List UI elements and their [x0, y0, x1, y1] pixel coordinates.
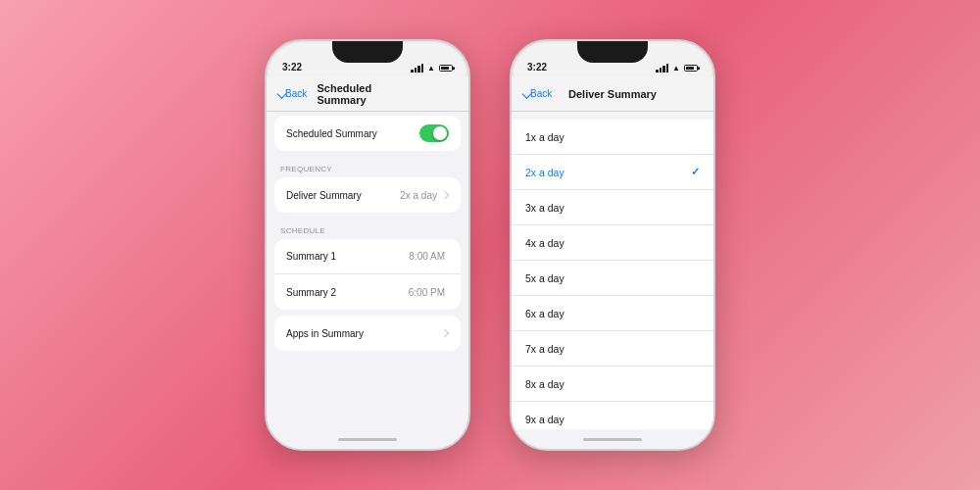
option-label: 7x a day — [525, 343, 700, 355]
apps-group: Apps in Summary — [274, 316, 461, 351]
back-button-right[interactable]: Back — [521, 88, 552, 99]
list-item[interactable]: 8x a day — [512, 367, 713, 402]
option-label: 9x a day — [525, 414, 700, 425]
chevron-left-icon-right — [521, 88, 528, 99]
toggle-thumb — [433, 126, 447, 140]
deliver-chevron-icon — [441, 190, 449, 200]
deliver-summary-list: 1x a day2x a day✓3x a day4x a day5x a da… — [512, 112, 713, 429]
chevron-left-icon — [276, 88, 283, 99]
apps-in-summary-row[interactable]: Apps in Summary — [274, 316, 461, 351]
nav-title-left: Scheduled Summary — [318, 82, 418, 106]
home-bar-right — [583, 438, 642, 441]
status-icons-left: ▲ — [411, 64, 453, 73]
summary1-label: Summary 1 — [286, 251, 409, 262]
list-item[interactable]: 4x a day — [512, 225, 713, 261]
list-item[interactable]: 9x a day — [512, 402, 713, 429]
summary2-row[interactable]: Summary 2 6:00 PM — [274, 274, 461, 310]
scheduled-summary-row[interactable]: Scheduled Summary — [274, 116, 461, 151]
battery-icon — [439, 65, 453, 72]
nav-title-right: Deliver Summary — [568, 88, 657, 100]
options-list: 1x a day2x a day✓3x a day4x a day5x a da… — [512, 120, 713, 429]
summary2-value: 6:00 PM — [409, 287, 445, 298]
back-button-left[interactable]: Back — [276, 88, 307, 99]
time-left: 3:22 — [282, 62, 302, 73]
signal-icon-right — [656, 65, 668, 73]
wifi-icon: ▲ — [427, 64, 435, 73]
nav-bar-right: Back Deliver Summary — [512, 76, 713, 112]
list-item[interactable]: 2x a day✓ — [512, 155, 713, 190]
deliver-summary-label: Deliver Summary — [286, 190, 400, 201]
time-right: 3:22 — [527, 62, 547, 73]
option-label: 5x a day — [525, 272, 700, 284]
deliver-summary-value: 2x a day — [400, 190, 437, 201]
summary1-value: 8:00 AM — [409, 251, 445, 262]
notch-right — [577, 41, 648, 63]
list-item[interactable]: 3x a day — [512, 190, 713, 225]
option-label: 4x a day — [525, 237, 700, 249]
checkmark-icon: ✓ — [691, 166, 700, 178]
screen-left: Scheduled Summary FREQUENCY Deliver Summ… — [267, 112, 468, 429]
option-label: 8x a day — [525, 378, 700, 390]
apps-chevron-icon — [441, 328, 449, 338]
home-bar-left — [338, 438, 397, 441]
option-label: 3x a day — [525, 202, 700, 214]
status-icons-right: ▲ — [656, 64, 698, 73]
option-label: 1x a day — [525, 131, 700, 143]
option-label: 2x a day — [525, 167, 691, 178]
deliver-summary-row[interactable]: Deliver Summary 2x a day — [274, 177, 461, 213]
scheduled-summary-label: Scheduled Summary — [286, 128, 419, 139]
signal-icon — [411, 65, 423, 73]
list-item[interactable]: 1x a day — [512, 120, 713, 155]
schedule-label: SCHEDULE — [267, 219, 468, 239]
schedule-group: Summary 1 8:00 AM Summary 2 6:00 PM — [274, 239, 461, 310]
home-indicator-right — [512, 429, 713, 449]
list-item[interactable]: 7x a day — [512, 331, 713, 367]
wifi-icon-right: ▲ — [672, 64, 680, 73]
summary2-label: Summary 2 — [286, 287, 409, 298]
nav-bar-left: Back Scheduled Summary — [267, 76, 468, 112]
notch-left — [332, 41, 403, 63]
toggle-group: Scheduled Summary — [274, 116, 461, 151]
home-indicator-left — [267, 429, 468, 449]
frequency-group: Deliver Summary 2x a day — [274, 177, 461, 213]
scheduled-summary-toggle[interactable] — [419, 124, 449, 142]
summary1-row[interactable]: Summary 1 8:00 AM — [274, 239, 461, 274]
back-label-right: Back — [530, 88, 552, 99]
option-label: 6x a day — [525, 308, 700, 319]
frequency-label: FREQUENCY — [267, 157, 468, 177]
back-label-left: Back — [285, 88, 307, 99]
battery-icon-right — [684, 65, 698, 72]
list-item[interactable]: 5x a day — [512, 261, 713, 296]
phone-right: 3:22 ▲ Back Deliver Summary 1x a day2x a… — [510, 39, 715, 451]
apps-in-summary-label: Apps in Summary — [286, 328, 441, 339]
list-item[interactable]: 6x a day — [512, 296, 713, 331]
phone-left: 3:22 ▲ Back Scheduled Summary Scheduled … — [265, 39, 470, 451]
